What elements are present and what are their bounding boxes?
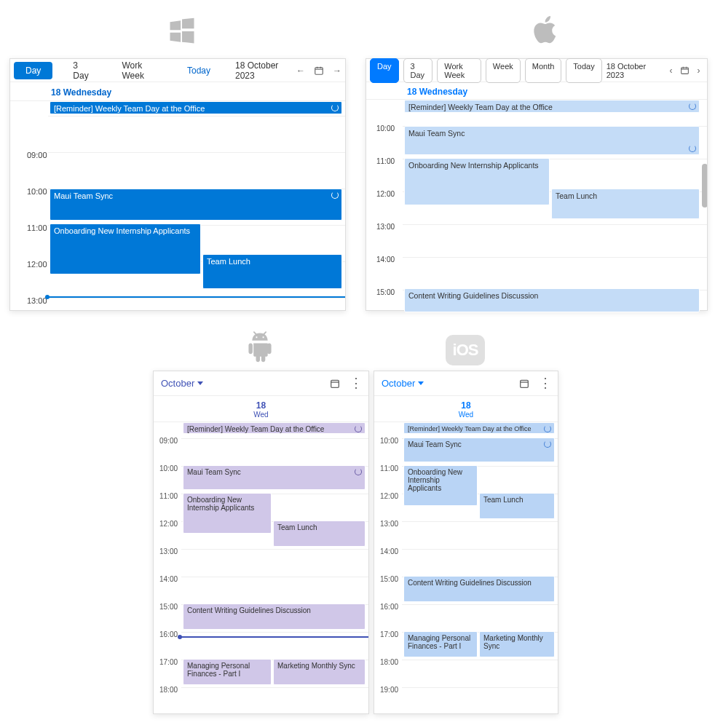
view-day-button[interactable]: Day [370, 58, 399, 83]
event-onboarding[interactable]: Onboarding New Internship Applicants [404, 158, 550, 205]
event-reminder[interactable]: [Reminder] Weekly Team Day at the Office [404, 100, 700, 113]
view-month-button[interactable]: Month [525, 58, 562, 83]
event-onboarding[interactable]: Onboarding New Internship Applicants [403, 465, 478, 506]
day-header: 18 Wednesday [366, 82, 707, 100]
recurring-icon [544, 440, 551, 448]
event-maui-sync[interactable]: Maui Team Sync [403, 438, 555, 462]
event-reminder[interactable]: [Reminder] Weekly Team Day at the Office [403, 422, 555, 434]
today-button[interactable]: Today [175, 62, 222, 79]
time-axis: 10:00 11:00 12:00 13:00 14:00 15:00 16:0… [374, 422, 402, 716]
chevron-down-icon [197, 381, 203, 385]
ios-grid[interactable]: 10:00 11:00 12:00 13:00 14:00 15:00 16:0… [374, 422, 558, 716]
view-3day-button[interactable]: 3 Day [403, 58, 433, 83]
event-team-lunch[interactable]: Team Lunch [479, 493, 555, 519]
calendar-mac: Day 3 Day Work Week Week Month Today 18 … [366, 58, 708, 311]
recurring-icon [689, 145, 696, 152]
event-team-lunch[interactable]: Team Lunch [273, 521, 366, 547]
svg-rect-3 [521, 380, 529, 387]
event-finances[interactable]: Managing Personal Finances - Part I [183, 659, 272, 685]
view-week-button[interactable]: Week [486, 58, 521, 83]
event-maui-sync[interactable]: Maui Team Sync [404, 126, 700, 155]
time-axis: 10:00 11:00 12:00 13:00 14:00 15:00 [366, 100, 403, 314]
recurring-icon [689, 103, 696, 110]
current-date: 18 October 2023 [231, 60, 288, 81]
event-finances[interactable]: Managing Personal Finances - Part I [403, 631, 478, 657]
recurring-icon [331, 104, 339, 111]
event-onboarding[interactable]: Onboarding New Internship Applicants [50, 223, 201, 274]
day-header: 18 Wed [374, 396, 558, 422]
day-header: 18 Wednesday [10, 82, 345, 101]
event-marketing[interactable]: Marketing Monthly Sync [479, 631, 555, 657]
prev-chevron-icon[interactable]: ‹ [666, 66, 676, 76]
month-picker[interactable]: October [161, 378, 203, 389]
event-team-lunch[interactable]: Team Lunch [551, 189, 700, 219]
calendar-android: October ⋮ 18 Wed 09:00 10:00 11:00 12:00… [153, 371, 369, 714]
today-button[interactable]: Today [566, 58, 601, 83]
calendar-windows: Day 3 Day Work Week Today 18 October 202… [9, 58, 346, 311]
prev-arrow-icon[interactable]: ← [296, 65, 305, 76]
today-jump-icon[interactable] [518, 378, 530, 389]
event-maui-sync[interactable]: Maui Team Sync [50, 189, 342, 221]
more-menu-icon[interactable]: ⋮ [349, 378, 361, 389]
calendar-picker-icon[interactable] [314, 65, 324, 76]
windows-icon [164, 13, 200, 50]
view-workweek-button[interactable]: Work Week [111, 57, 167, 84]
calendar-ios: October ⋮ 18 Wed 10:00 11:00 12:00 13:00… [374, 371, 558, 714]
event-reminder[interactable]: [Reminder] Weekly Team Day at the Office [50, 101, 342, 114]
recurring-icon [355, 425, 362, 432]
mac-grid[interactable]: 10:00 11:00 12:00 13:00 14:00 15:00 [Rem… [366, 100, 707, 314]
chevron-down-icon [418, 381, 424, 385]
event-writing[interactable]: Content Writing Guidelines Discussion [403, 576, 555, 602]
view-day-button[interactable]: Day [14, 62, 52, 79]
today-jump-icon[interactable] [329, 378, 341, 389]
ios-toolbar: October ⋮ [374, 371, 558, 396]
time-axis: 09:00 10:00 11:00 12:00 13:00 [10, 101, 48, 305]
android-icon [242, 329, 278, 365]
month-picker[interactable]: October [382, 378, 424, 389]
current-date: 18 October 2023 [607, 62, 662, 79]
current-time-indicator [180, 636, 368, 638]
recurring-icon [331, 191, 339, 199]
event-writing[interactable]: Content Writing Guidelines Discussion [404, 288, 700, 312]
ios-icon: iOS [447, 332, 483, 368]
event-writing[interactable]: Content Writing Guidelines Discussion [183, 604, 366, 630]
current-time-indicator [48, 296, 345, 298]
view-3day-button[interactable]: 3 Day [61, 57, 101, 84]
next-chevron-icon[interactable]: › [694, 66, 703, 76]
more-menu-icon[interactable]: ⋮ [539, 378, 550, 389]
recurring-icon [355, 468, 362, 475]
svg-rect-0 [315, 67, 323, 74]
android-grid[interactable]: 09:00 10:00 11:00 12:00 13:00 14:00 15:0… [154, 422, 368, 716]
next-arrow-icon[interactable]: → [333, 65, 341, 76]
event-marketing[interactable]: Marketing Monthly Sync [273, 659, 366, 685]
mac-toolbar: Day 3 Day Work Week Week Month Today 18 … [366, 59, 707, 82]
apple-icon [527, 12, 564, 48]
recurring-icon [544, 425, 551, 432]
svg-rect-1 [682, 68, 689, 74]
calendar-picker-icon[interactable] [680, 66, 690, 76]
win-toolbar: Day 3 Day Work Week Today 18 October 202… [10, 59, 345, 82]
view-workweek-button[interactable]: Work Week [437, 58, 481, 83]
win-grid[interactable]: 09:00 10:00 11:00 12:00 13:00 [Reminder]… [10, 101, 345, 305]
time-axis: 09:00 10:00 11:00 12:00 13:00 14:00 15:0… [154, 422, 181, 716]
android-toolbar: October ⋮ [154, 371, 368, 396]
event-maui-sync[interactable]: Maui Team Sync [183, 465, 366, 490]
event-reminder[interactable]: [Reminder] Weekly Team Day at the Office [183, 422, 366, 434]
day-header: 18 Wed [154, 396, 368, 422]
event-team-lunch[interactable]: Team Lunch [202, 254, 342, 289]
scrollbar-thumb[interactable] [702, 164, 707, 207]
event-onboarding[interactable]: Onboarding New Internship Applicants [183, 493, 272, 534]
svg-rect-2 [331, 380, 339, 387]
